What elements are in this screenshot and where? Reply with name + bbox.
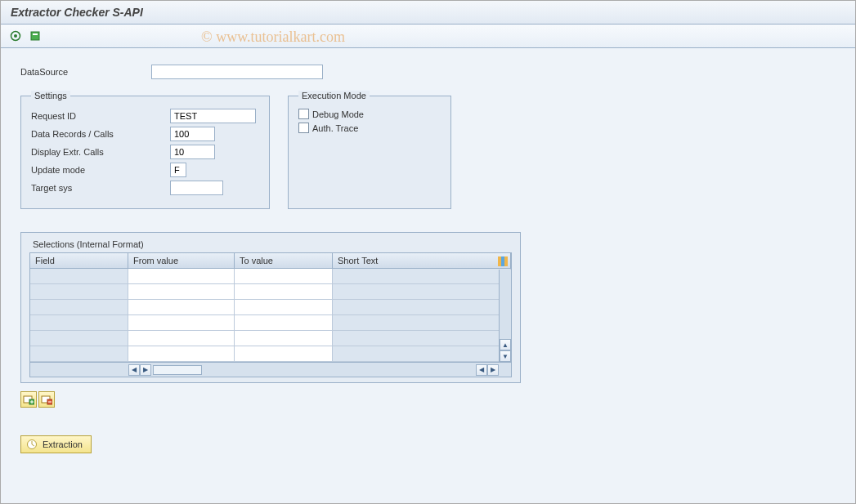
scroll-up-icon[interactable]: ▲: [500, 339, 511, 350]
col-short-header[interactable]: Short Text: [333, 253, 511, 268]
svg-rect-4: [498, 256, 501, 266]
svg-rect-5: [501, 256, 504, 266]
horizontal-scrollbar[interactable]: ◀ ▶ ◀ ▶: [30, 362, 511, 377]
debug-label: Debug Mode: [312, 109, 364, 119]
target-sys-label: Target sys: [31, 183, 170, 193]
svg-rect-3: [33, 33, 38, 35]
cell-from[interactable]: [128, 300, 235, 314]
display-extr-input[interactable]: [170, 145, 215, 159]
update-mode-input[interactable]: [170, 163, 186, 177]
cell-field[interactable]: [30, 346, 128, 361]
cell-short: [333, 300, 511, 314]
selections-title: Selections (Internal Format): [29, 239, 512, 249]
display-extr-label: Display Extr. Calls: [31, 147, 170, 157]
cell-field[interactable]: [30, 284, 128, 299]
clock-icon: [26, 439, 38, 450]
scroll-left2-icon[interactable]: ◀: [476, 364, 487, 376]
selections-grid: Field From value To value Short Text ▲ ▼…: [29, 252, 512, 377]
request-id-input[interactable]: [170, 109, 256, 123]
cell-short: [333, 284, 511, 299]
cell-to[interactable]: [235, 269, 333, 283]
cell-to[interactable]: [235, 315, 333, 330]
cell-from[interactable]: [128, 315, 235, 330]
cell-to[interactable]: [235, 331, 333, 346]
cell-short: [333, 269, 511, 283]
table-row[interactable]: [30, 269, 511, 284]
auth-label: Auth. Trace: [312, 123, 358, 133]
cell-to[interactable]: [235, 300, 333, 314]
cell-from[interactable]: [128, 331, 235, 346]
app-toolbar: [1, 25, 855, 48]
table-row[interactable]: [30, 346, 511, 362]
datasource-input[interactable]: [151, 65, 323, 79]
cell-to[interactable]: [235, 346, 333, 361]
table-row[interactable]: [30, 284, 511, 300]
cell-field[interactable]: [30, 269, 128, 283]
table-row[interactable]: [30, 331, 511, 346]
table-row[interactable]: [30, 315, 511, 331]
settings-panel: Settings Request ID Data Records / Calls…: [20, 91, 270, 209]
cell-to[interactable]: [235, 284, 333, 299]
auth-checkbox[interactable]: [298, 123, 309, 133]
cell-from[interactable]: [128, 284, 235, 299]
page-title: Extractor Checker S-API: [1, 1, 855, 25]
settings-legend: Settings: [31, 91, 70, 100]
extraction-button[interactable]: Extraction: [20, 435, 92, 453]
grid-config-icon[interactable]: [496, 255, 509, 268]
col-field-header[interactable]: Field: [30, 253, 128, 268]
datasource-label: DataSource: [20, 67, 151, 77]
exec-mode-panel: Execution Mode Debug Mode Auth. Trace: [288, 91, 451, 209]
svg-point-1: [14, 34, 17, 38]
cell-from[interactable]: [128, 269, 235, 283]
col-to-header[interactable]: To value: [235, 253, 333, 268]
scroll-right-icon[interactable]: ▶: [140, 364, 151, 376]
scroll-thumb[interactable]: [153, 365, 202, 375]
scroll-down-icon[interactable]: ▼: [500, 350, 511, 362]
data-records-label: Data Records / Calls: [31, 129, 170, 139]
selections-panel: Selections (Internal Format) Field From …: [20, 232, 521, 383]
extraction-label: Extraction: [43, 439, 83, 449]
col-from-header[interactable]: From value: [128, 253, 235, 268]
cell-short: [333, 315, 511, 330]
svg-rect-6: [504, 256, 508, 266]
exec-mode-legend: Execution Mode: [298, 91, 370, 100]
request-id-label: Request ID: [31, 111, 170, 121]
execute-icon[interactable]: [7, 28, 24, 44]
variant-icon[interactable]: [27, 28, 43, 44]
data-records-input[interactable]: [170, 127, 215, 141]
update-mode-label: Update mode: [31, 165, 170, 175]
content-area: DataSource Settings Request ID Data Reco…: [1, 48, 855, 504]
svg-rect-2: [31, 32, 39, 40]
cell-field[interactable]: [30, 300, 128, 314]
cell-field[interactable]: [30, 331, 128, 346]
target-sys-input[interactable]: [170, 181, 223, 195]
cell-from[interactable]: [128, 346, 235, 361]
insert-row-button[interactable]: [20, 391, 37, 408]
cell-short: [333, 346, 511, 361]
scroll-right2-icon[interactable]: ▶: [487, 364, 499, 376]
cell-field[interactable]: [30, 315, 128, 330]
vertical-scrollbar[interactable]: ▲ ▼: [499, 270, 511, 362]
delete-row-button[interactable]: [38, 391, 55, 408]
cell-short: [333, 331, 511, 346]
scroll-left-icon[interactable]: ◀: [128, 364, 140, 376]
table-row[interactable]: [30, 300, 511, 315]
debug-checkbox[interactable]: [298, 109, 309, 119]
